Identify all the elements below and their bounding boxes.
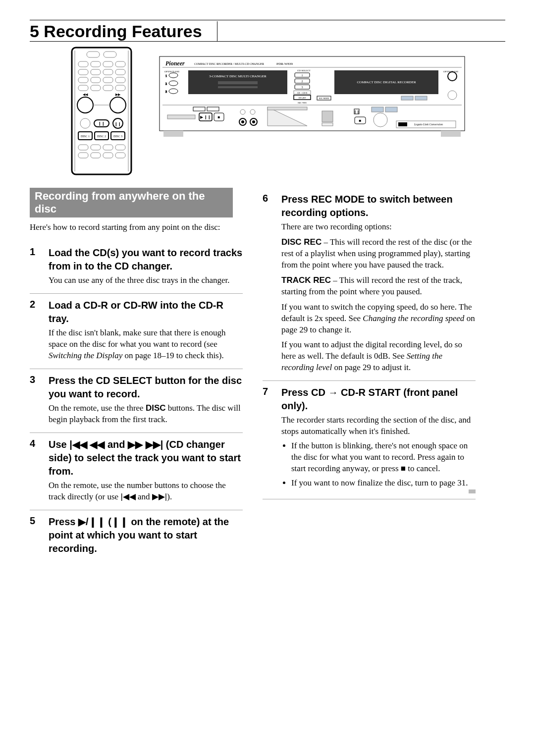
svg-text:DISC 3: DISC 3	[113, 135, 122, 138]
svg-text:1: 1	[302, 74, 303, 77]
svg-rect-111	[441, 131, 461, 137]
svg-rect-61	[218, 86, 258, 88]
svg-text:2: 2	[165, 82, 167, 85]
svg-rect-60	[218, 81, 258, 84]
svg-text:▶ ❙❙: ▶ ❙❙	[200, 115, 211, 119]
svg-text:Legato Link Conversion: Legato Link Conversion	[414, 123, 443, 126]
svg-point-92	[241, 120, 244, 123]
svg-text:◀◀: ◀◀	[83, 93, 88, 97]
svg-text:■: ■	[218, 115, 220, 119]
svg-text:3: 3	[165, 90, 167, 93]
svg-rect-103	[322, 111, 333, 122]
svg-text:COMPACT DISC DIGITAL RECORDER: COMPACT DISC DIGITAL RECORDER	[357, 80, 416, 84]
svg-text:CD →CD-R: CD →CD-R	[297, 92, 307, 94]
svg-text:❙❙: ❙❙	[354, 110, 360, 114]
illustration-row: ◀◀ ▶▶ ❙❙ ❙❙ DISC 1 DISC 2 DISC 3	[64, 47, 505, 175]
step-6: 6 Press REC MODE to switch between recor…	[263, 188, 476, 381]
svg-text:REC MODE: REC MODE	[319, 97, 329, 100]
svg-text:Pioneer: Pioneer	[165, 60, 185, 67]
svg-rect-106	[415, 96, 427, 100]
step-7: 7 Press CD → CD-R START (front panel onl…	[263, 381, 476, 499]
svg-text:❙❙: ❙❙	[98, 121, 105, 126]
step-5: 5 Press ▶/❙❙ (❙❙ on the remote) at the p…	[30, 510, 243, 564]
svg-rect-98	[372, 107, 383, 112]
section-heading: Recording from anywhere on the disc	[30, 188, 233, 217]
svg-text:3-COMPACT DISC MULTI CHANGER: 3-COMPACT DISC MULTI CHANGER	[209, 74, 267, 78]
svg-text:PDR-W839: PDR-W839	[276, 62, 293, 66]
svg-text:❙❙: ❙❙	[114, 122, 121, 126]
step-2: 2 Load a CD-R or CD-RW into the CD-R tra…	[30, 294, 243, 369]
svg-text:OPEN/CLOSE: OPEN/CLOSE	[164, 70, 179, 73]
svg-text:1: 1	[165, 74, 167, 77]
svg-text:START: START	[298, 97, 306, 99]
svg-rect-84	[167, 115, 195, 119]
step-1: 1 Load the CD(s) you want to record trac…	[30, 241, 243, 294]
svg-text:3: 3	[302, 86, 303, 89]
svg-rect-104	[322, 123, 333, 126]
svg-text:REC THIS: REC THIS	[298, 102, 307, 104]
svg-text:■: ■	[359, 118, 362, 123]
intro-text: Here's how to record starting from any p…	[30, 222, 243, 232]
svg-text:2: 2	[302, 80, 303, 83]
svg-text:DISC 1: DISC 1	[81, 135, 90, 138]
step-3: 3 Press the CD SELECT button for the dis…	[30, 369, 243, 433]
svg-text:CD SELECT: CD SELECT	[297, 69, 311, 72]
svg-rect-99	[385, 107, 397, 112]
svg-rect-108	[398, 122, 407, 126]
svg-rect-110	[163, 131, 183, 137]
svg-text:COMPACT DISC RECORDER / MULTI-: COMPACT DISC RECORDER / MULTI-CD CHANGER	[194, 62, 264, 65]
svg-text:▶▶: ▶▶	[115, 93, 121, 97]
unit-illustration: Pioneer COMPACT DISC RECORDER / MULTI-CD…	[159, 47, 466, 146]
remote-illustration: ◀◀ ▶▶ ❙❙ ❙❙ DISC 1 DISC 2 DISC 3	[64, 47, 139, 175]
svg-point-94	[252, 120, 255, 123]
step-4: 4 Use |◀◀ ◀◀ and ▶▶ ▶▶| (CD changer side…	[30, 433, 243, 510]
chapter-title: 5 Recording Features	[30, 22, 212, 41]
svg-rect-105	[401, 96, 413, 100]
corner-mark	[469, 489, 476, 493]
svg-text:DISC 2: DISC 2	[97, 135, 106, 138]
svg-rect-95	[268, 107, 307, 110]
